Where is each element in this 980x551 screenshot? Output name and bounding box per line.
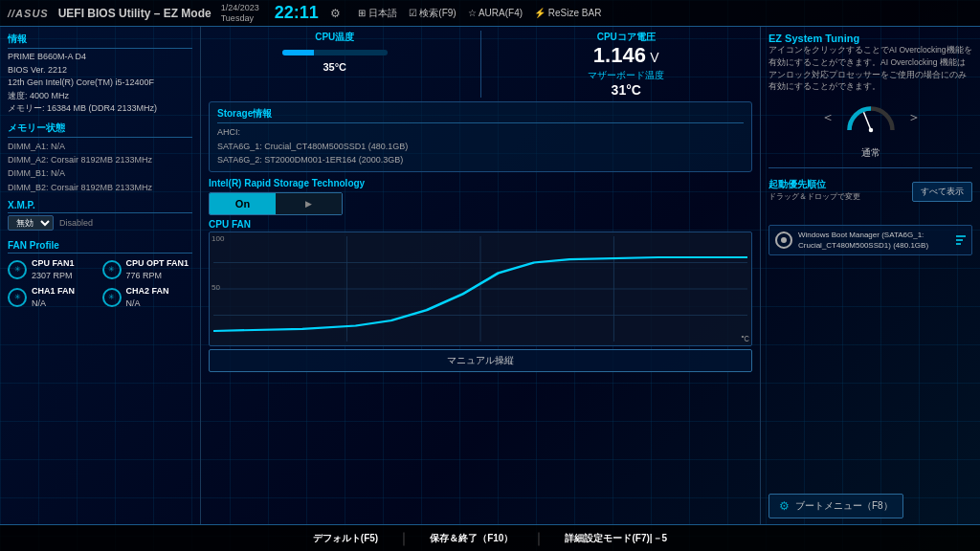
xmp-section: X.M.P. 無効 Disabled [8,200,192,231]
cpu-fan-graph [213,236,747,342]
asus-logo: //ASUS [8,8,49,19]
cpufan-section: CPU FAN 100 50 [209,219,752,520]
resize-bar-btn[interactable]: ⚡ ReSize BAR [534,8,601,18]
dimm-a1: DIMM_A1: N/A [8,140,192,153]
storage-type: AHCI: [217,125,744,139]
boot-priority-title: 起動優先順位 [768,178,860,191]
speedo-mode-label: 通常 [861,147,880,158]
chart-y-mid: 50 [212,283,220,292]
storage-section: Storage情報 AHCI: SATA6G_1: Crucial_CT480M… [209,101,752,172]
manual-button[interactable]: マニュアル操縦 [209,349,752,372]
mb-temp-label: マザーボード温度 [501,69,753,82]
rst-toggle[interactable]: On ▶ [209,192,343,215]
center-panel: CPU温度 35°C CPUコア電圧 1.146 V マザーボー [201,27,760,524]
boot-menu-button[interactable]: ⚙ ブートメニュー（F8） [768,494,903,518]
boot-menu-gear-icon: ⚙ [779,499,790,513]
info-model: PRIME B660M-A D4 [8,51,192,64]
fan-cha2: ✳ CHA2 FAN N/A [102,285,193,309]
chart-x-unit: ℃ [741,335,749,343]
cpu-temp-section: CPU温度 35°C [209,31,461,73]
mb-temp-value: 31°C [501,82,753,98]
rst-on-btn[interactable]: On [210,193,276,214]
info-title: 情報 [8,33,192,49]
storage-item-2: SATA6G_2: ST2000DM001-1ER164 (2000.3GB) [217,153,744,166]
fan-section: FAN Profile ✳ CPU FAN1 2307 RPM ✳ CPU OP… [8,240,192,309]
fan-cha1-info: CHA1 FAN N/A [32,285,75,309]
bottom-save[interactable]: 保存＆終了（F10） [430,532,513,545]
speedo-prev-btn[interactable]: ＜ [821,109,835,126]
disk-inner [781,237,787,243]
search-btn[interactable]: ☑ 検索(F9) [409,7,457,20]
right-panel: EZ System Tuning アイコンをクリックすることでAI Overcl… [760,27,980,524]
boot-item-1[interactable]: Windows Boot Manager (SATA6G_1: Crucial_… [768,225,972,255]
fan-cha2-icon: ✳ [102,288,122,307]
xmp-row: 無効 Disabled [8,215,192,231]
fan-cpu1-icon: ✳ [8,260,27,279]
boot-priority-subtitle: ドラッグ＆ドロップで変更 [768,191,860,202]
fan-cpuopt-info: CPU OPT FAN1 776 RPM [126,257,189,281]
speedometer: ＜ ＞ [768,97,972,139]
xmp-label: X.M.P. [8,200,192,213]
memory-section: メモリー状態 DIMM_A1: N/A DIMM_A2: Corsair 819… [8,121,192,195]
info-section: 情報 PRIME B660M-A D4 BIOS Ver. 2212 12th … [8,33,192,116]
dimm-b2: DIMM_B2: Corsair 8192MB 2133MHz [8,181,192,194]
fan-cpuopt: ✳ CPU OPT FAN1 776 RPM [102,257,193,281]
language-btn[interactable]: ⊞ 日本語 [358,7,397,20]
fan-cha1-icon: ✳ [8,288,27,307]
ez-tuning-section: EZ System Tuning アイコンをクリックすることでAI Overcl… [768,33,972,160]
dimm-a2: DIMM_A2: Corsair 8192MB 2133MHz [8,153,192,166]
disk-icon [775,231,792,249]
storage-item-1: SATA6G_1: Crucial_CT480M500SSD1 (480.1GB… [217,140,744,153]
cpu-voltage-display: 1.146 V [501,44,753,67]
cpu-fan-chart: 100 50 ℃ [209,231,752,346]
cpu-temp-row: CPU温度 35°C CPUコア電圧 1.146 V マザーボー [209,31,752,98]
date-display: 1/24/2023 Tuesday [221,3,259,24]
left-panel: 情報 PRIME B660M-A D4 BIOS Ver. 2212 12th … [0,27,201,524]
cpu-voltage-section: CPUコア電圧 1.146 V マザーボード温度 31°C [501,31,753,98]
fan-cpu1-info: CPU FAN1 2307 RPM [32,257,75,281]
bottom-bar: デフォルト(F5) ｜ 保存＆終了（F10） ｜ 詳細設定モード(F7)|－5 [0,524,980,551]
boot-menu-label: ブートメニュー（F8） [795,499,893,513]
cpu-temp-label: CPU温度 [209,31,461,44]
top-bar-icons: ⊞ 日本語 ☑ 検索(F9) ☆ AURA(F4) ⚡ ReSize BAR [358,7,602,20]
boot-signal-bars [956,235,966,245]
rst-toggle-wrapper: On ▶ [209,192,343,215]
xmp-select[interactable]: 無効 [8,215,54,231]
show-all-button[interactable]: すべて表示 [912,182,972,202]
svg-line-7 [863,112,871,130]
fan-grid: ✳ CPU FAN1 2307 RPM ✳ CPU OPT FAN1 776 R… [8,257,192,309]
time-display: 22:11 [275,3,319,23]
gauge-svg [842,97,900,135]
fan-profile-title: FAN Profile [8,240,192,253]
fan-cha2-info: CHA2 FAN N/A [126,285,169,309]
bottom-default[interactable]: デフォルト(F5) [313,532,378,545]
fan-cpu1: ✳ CPU FAN1 2307 RPM [8,257,99,281]
cpu-temp-value: 35°C [209,61,461,73]
cpu-voltage-label: CPUコア電圧 [501,31,753,44]
bottom-sep-1: ｜ [397,530,411,547]
info-memory: メモリー: 16384 MB (DDR4 2133MHz) [8,102,192,116]
storage-title: Storage情報 [217,107,744,123]
bottom-advanced[interactable]: 詳細設定モード(F7)|－5 [565,532,667,545]
speedo-label-container: 通常 [768,143,972,160]
info-cpu: 12th Gen Intel(R) Core(TM) i5-12400F [8,77,192,90]
advanced-key: 詳細設定モード(F7)|－5 [565,532,667,545]
chart-y-max: 100 [212,234,224,243]
fan-cha1: ✳ CHA1 FAN N/A [8,285,99,309]
boot-priority-header: 起動優先順位 ドラッグ＆ドロップで変更 すべて表示 [768,178,972,206]
settings-icon[interactable]: ⚙ [330,7,341,20]
top-bar: //ASUS UEFI BIOS Utility – EZ Mode 1/24/… [0,0,980,27]
speedo-gauge[interactable] [842,97,900,139]
rst-section: Intel(R) Rapid Storage Technology On ▶ [209,178,752,215]
bios-title: UEFI BIOS Utility – EZ Mode [58,7,212,20]
fan-cpuopt-icon: ✳ [102,260,122,279]
info-bios: BIOS Ver. 2212 [8,64,192,77]
memory-title: メモリー状態 [8,121,192,138]
speedo-next-btn[interactable]: ＞ [907,109,921,126]
aura-btn[interactable]: ☆ AURA(F4) [468,8,523,18]
rst-label: Intel(R) Rapid Storage Technology [209,178,752,188]
rst-off-btn: ▶ [276,193,342,214]
info-speed: 速度: 4000 MHz [8,90,192,103]
divider-1 [480,31,481,98]
date-text: 1/24/2023 Tuesday [221,3,259,24]
